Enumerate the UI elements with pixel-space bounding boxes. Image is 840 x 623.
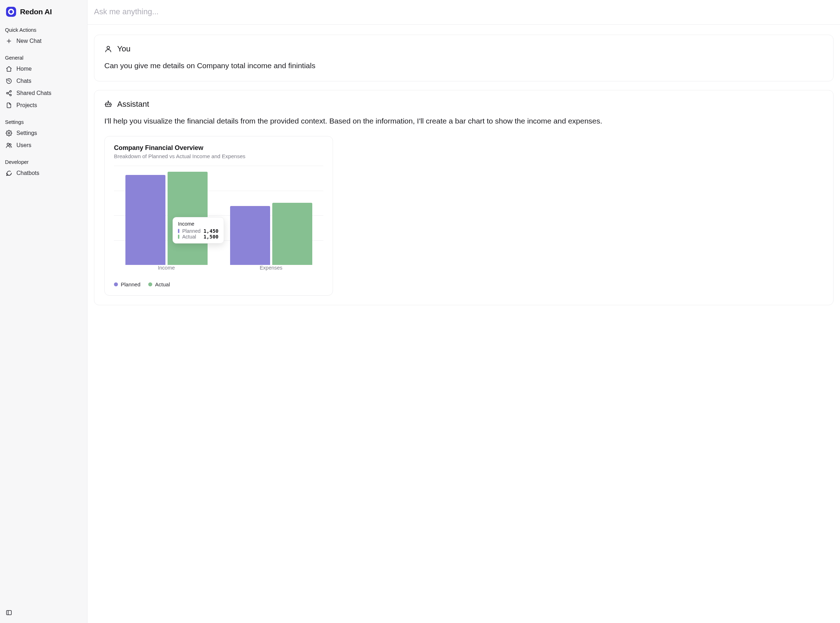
chart-tooltip: Income Planned 1,450 Actual 1,500 [172,217,224,244]
chart-bar[interactable] [272,203,312,265]
svg-point-15 [107,46,109,49]
svg-line-8 [8,92,10,93]
nav-home[interactable]: Home [3,63,84,75]
chart-card: Company Financial Overview Breakdown of … [104,136,333,296]
chart-bar[interactable] [230,206,270,265]
legend-label: Planned [121,281,140,287]
legend-item-actual[interactable]: Actual [148,281,170,287]
nav-label: Users [17,142,31,149]
tooltip-category: Income [178,221,218,227]
nav-users[interactable]: Users [3,139,84,151]
tooltip-value: 1,450 [203,228,218,234]
tooltip-series-name: Planned [182,228,200,234]
tooltip-value: 1,500 [203,234,218,239]
tooltip-row: Planned 1,450 [178,228,218,234]
chart-groups [114,166,323,265]
panel-left-icon [6,609,12,616]
chart-legend: Planned Actual [114,281,323,287]
toggle-sidebar-button[interactable] [4,608,14,617]
nav-label: Projects [17,102,37,109]
developer-label: Developer [3,156,84,167]
svg-point-10 [8,132,10,134]
nav-label: New Chat [17,38,42,44]
quick-actions-label: Quick Actions [3,23,84,35]
main: You Can you give me details on Company t… [88,0,840,623]
tooltip-dot-icon [178,235,179,239]
brand-name: Redon AI [20,8,52,16]
thread: You Can you give me details on Company t… [88,25,840,335]
nav-label: Home [17,66,32,72]
sidebar: Redon AI Quick Actions New Chat General … [0,0,88,623]
home-icon [6,66,12,72]
nav-label: Chats [17,78,31,84]
share-icon [6,90,12,97]
svg-rect-13 [6,611,11,615]
legend-label: Actual [155,281,170,287]
users-icon [6,142,12,149]
tooltip-series-name: Actual [182,234,200,239]
assistant-label: Assistant [117,100,149,109]
brand-logo-icon [6,6,17,17]
x-axis-label: Expenses [218,265,323,273]
plus-icon [6,38,12,44]
chart-group [114,166,218,265]
svg-point-20 [109,104,110,105]
chart-group [218,166,323,265]
chat-icon [6,170,12,176]
file-icon [6,102,12,109]
nav-shared-chats[interactable]: Shared Chats [3,87,84,99]
user-message: You Can you give me details on Company t… [94,35,834,81]
user-label: You [117,44,131,54]
svg-point-11 [7,143,9,145]
legend-item-planned[interactable]: Planned [114,281,140,287]
chart-bar[interactable] [125,175,165,265]
svg-point-12 [10,144,11,146]
settings-section-label: Settings [3,116,84,127]
x-axis-label: Income [114,265,218,273]
legend-swatch-icon [114,282,118,286]
tooltip-row: Actual 1,500 [178,234,218,239]
legend-swatch-icon [148,282,152,286]
gear-icon [6,130,12,137]
ask-bar [88,0,840,25]
chart-subtitle: Breakdown of Planned vs Actual Income an… [114,153,323,159]
nav-label: Settings [17,130,37,137]
assistant-message-text: I'll help you visualize the financial de… [104,115,823,127]
ask-input[interactable] [94,7,834,17]
general-label: General [3,51,84,63]
nav-settings[interactable]: Settings [3,127,84,139]
chart-x-labels: IncomeExpenses [114,265,323,273]
chart-title: Company Financial Overview [114,144,323,152]
svg-point-19 [107,104,108,105]
nav-chats[interactable]: Chats [3,75,84,87]
user-message-text: Can you give me details on Company total… [104,60,823,72]
assistant-message: Assistant I'll help you visualize the fi… [94,90,834,305]
nav-projects[interactable]: Projects [3,99,84,111]
chart-plot: IncomeExpenses Income Planned 1,450 Actu… [114,166,323,273]
svg-point-18 [108,101,109,101]
nav-label: Shared Chats [17,90,51,97]
user-icon [104,45,112,53]
nav-label: Chatbots [17,170,39,176]
nav-chatbots[interactable]: Chatbots [3,167,84,179]
bot-icon [104,100,112,108]
new-chat-button[interactable]: New Chat [3,35,84,47]
svg-line-9 [8,94,10,95]
history-icon [6,78,12,84]
tooltip-dot-icon [178,229,179,233]
svg-point-2 [9,10,12,13]
svg-rect-16 [106,103,111,106]
brand: Redon AI [3,5,84,23]
